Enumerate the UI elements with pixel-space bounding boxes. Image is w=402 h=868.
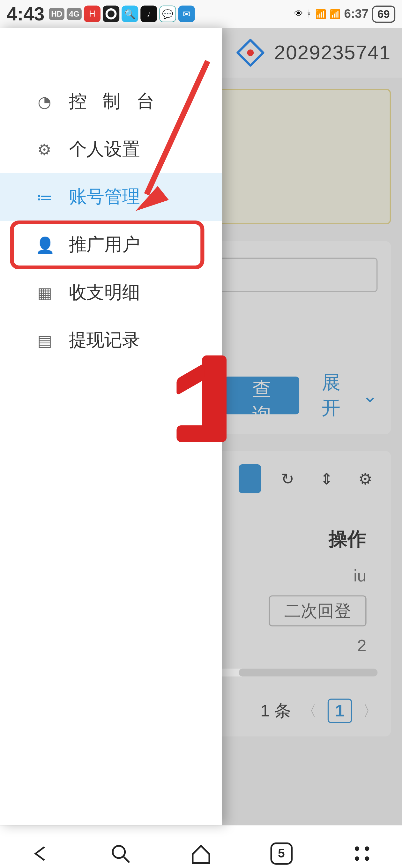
refresh-icon[interactable]: ↻	[275, 467, 300, 491]
dashboard-icon: ◔	[35, 93, 53, 111]
primary-tool-button[interactable]	[239, 464, 261, 493]
app-icon-search: 🔍	[122, 5, 138, 22]
menu-transactions[interactable]: ▦ 收支明细	[0, 269, 222, 316]
search-button[interactable]: 查 询	[224, 377, 299, 414]
app-icon-huawei: H	[84, 5, 100, 22]
app-icon-tiktok: ♪	[141, 5, 157, 22]
user-icon: 👤	[35, 236, 53, 254]
menu-label: 个人设置	[69, 137, 140, 162]
expand-button[interactable]: 展开 ⌄	[321, 370, 378, 421]
svg-point-3	[247, 50, 254, 56]
svg-line-7	[124, 857, 129, 862]
battery-badge: 69	[372, 5, 396, 23]
menu-promo-users[interactable]: 👤 推广用户	[0, 221, 222, 269]
pagination-total: 1 条	[260, 700, 291, 722]
app-icon-chat: 💬	[159, 5, 176, 22]
app-icon-qq	[103, 5, 119, 22]
menu-personal-settings[interactable]: ⚙ 个人设置	[0, 125, 222, 173]
column-height-icon[interactable]: ⇕	[314, 467, 339, 491]
side-drawer: ◔ 控 制 台 ⚙ 个人设置 ≔ 账号管理 👤 推广用户 ▦ 收支明细 ▤ 提现…	[0, 28, 222, 825]
gear-icon: ⚙	[35, 140, 53, 158]
bluetooth-icon: ᚼ	[306, 9, 312, 19]
menu-label: 收支明细	[69, 280, 140, 305]
menu-label: 控 制 台	[69, 89, 160, 114]
hd-badge: HD	[49, 8, 64, 20]
browser-bottom-nav: 5	[0, 825, 402, 868]
menu-label: 账号管理	[69, 185, 140, 210]
home-icon[interactable]	[188, 840, 214, 867]
menu-dashboard[interactable]: ◔ 控 制 台	[0, 78, 222, 126]
menu-label: 推广用户	[69, 232, 140, 257]
record-icon: ▤	[35, 331, 53, 349]
menu-dots-icon[interactable]	[348, 840, 375, 867]
prev-page-icon[interactable]: 〈	[302, 701, 316, 720]
app-icon-message: ✉	[178, 5, 195, 22]
secondary-time: 6:37	[344, 7, 369, 21]
chevron-down-icon: ⌄	[362, 384, 378, 407]
eye-icon: 👁	[294, 9, 303, 19]
svg-point-1	[107, 10, 115, 18]
signal-icon: 📶	[315, 9, 327, 19]
signal-icon-2: 📶	[330, 9, 341, 19]
svg-point-6	[113, 846, 125, 858]
expand-label: 展开	[321, 370, 358, 421]
search-icon[interactable]	[107, 840, 134, 867]
next-page-icon[interactable]: 〉	[363, 701, 377, 720]
menu-withdraw-log[interactable]: ▤ 提现记录	[0, 316, 222, 365]
account-id: 2029235741	[274, 41, 391, 64]
relogin-button[interactable]: 二次回登	[269, 595, 366, 626]
network-badge: 4G	[67, 8, 81, 20]
tabs-count: 5	[270, 842, 292, 865]
settings-icon[interactable]: ⚙	[353, 467, 378, 491]
status-bar: 4:43 HD 4G H 🔍 ♪ 💬 ✉ 👁 ᚼ 📶 📶 6:37 69	[0, 0, 402, 28]
calendar-icon: ▦	[35, 283, 53, 302]
list-icon: ≔	[35, 188, 53, 206]
tabs-button[interactable]: 5	[268, 840, 295, 867]
clock-time: 4:43	[7, 3, 44, 25]
menu-account-manage[interactable]: ≔ 账号管理	[0, 173, 222, 221]
app-logo-icon	[237, 39, 264, 67]
back-button[interactable]	[27, 840, 54, 867]
page-number[interactable]: 1	[328, 699, 352, 723]
menu-label: 提现记录	[69, 329, 140, 353]
